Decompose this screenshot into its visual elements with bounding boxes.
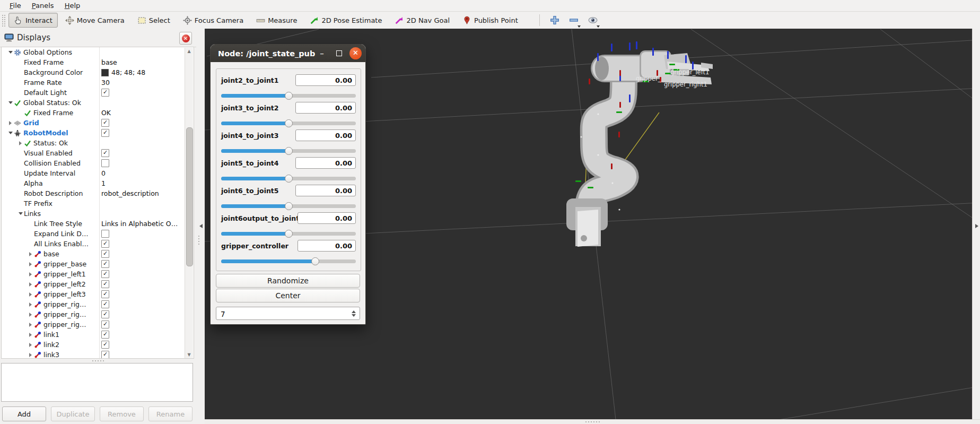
tree-row-gripper-left2[interactable]: gripper_left2✓ [2, 279, 194, 289]
tree-row-tf-prefix[interactable]: TF Prefix [2, 198, 194, 209]
tree-row-alpha[interactable]: Alpha1 [2, 178, 194, 188]
tool-move-camera[interactable]: Move Camera [60, 13, 130, 28]
expander-closed-icon[interactable] [29, 252, 32, 256]
expander-closed-icon[interactable] [29, 323, 32, 327]
tree-row-gripper-rig-[interactable]: gripper_rig…✓ [2, 319, 194, 330]
maximize-icon[interactable] [336, 50, 342, 56]
tree-row-value[interactable]: 48; 48; 48 [101, 67, 145, 77]
tree-row-value[interactable]: 1 [101, 178, 106, 188]
checkbox-checked[interactable]: ✓ [101, 250, 109, 258]
checkbox-checked[interactable]: ✓ [101, 351, 109, 359]
checkbox-checked[interactable]: ✓ [101, 300, 109, 308]
tool-publish-point[interactable]: Publish Point [457, 13, 523, 28]
scrollbar-thumb[interactable] [186, 127, 193, 266]
spin-down-icon[interactable] [352, 314, 356, 317]
expander-closed-icon[interactable] [29, 282, 32, 287]
tool-interact[interactable]: Interact [8, 13, 58, 28]
tree-row-global-options[interactable]: Global Options [2, 47, 194, 57]
joint-value-field[interactable] [295, 102, 356, 114]
panel-horizontal-splitter[interactable] [0, 359, 196, 363]
tree-row-value[interactable]: 30 [101, 77, 110, 88]
tree-row-update-interval[interactable]: Update Interval0 [2, 168, 194, 178]
spin-up-icon[interactable] [352, 310, 356, 313]
tree-row-value[interactable]: OK [101, 108, 111, 118]
tree-row-link-tree-style[interactable]: Link Tree StyleLinks in Alphabetic O… [2, 219, 194, 229]
joint-value-field[interactable] [295, 74, 356, 86]
checkbox-unchecked[interactable] [101, 230, 109, 238]
remove-tool-button[interactable] [567, 13, 581, 27]
joint-slider[interactable] [221, 204, 356, 208]
tool-select[interactable]: Select [132, 13, 176, 28]
expander-closed-icon[interactable] [29, 313, 32, 317]
tree-row-value[interactable]: base [101, 57, 117, 67]
checkbox-checked[interactable]: ✓ [101, 310, 109, 318]
tree-row-visual-enabled[interactable]: Visual Enabled✓ [2, 148, 194, 158]
checkbox-checked[interactable]: ✓ [101, 280, 109, 288]
tree-row-value[interactable]: ✓ [101, 128, 109, 138]
tree-row-value[interactable]: ✓ [101, 249, 109, 259]
menu-panels[interactable]: Panels [27, 0, 59, 12]
tree-row-value[interactable]: robot_description [101, 188, 159, 198]
checkbox-checked[interactable]: ✓ [101, 331, 109, 339]
tree-row-all-links-enabl-[interactable]: All Links Enabl…✓ [2, 239, 194, 249]
expander-closed-icon[interactable] [29, 333, 32, 337]
tree-row-expand-link-d-[interactable]: Expand Link D… [2, 229, 194, 239]
3d-viewport[interactable]: gripper_gripper_left1gripper_right1 Node… [205, 29, 972, 419]
checkbox-checked[interactable]: ✓ [101, 119, 109, 127]
tree-row-value[interactable]: ✓ [101, 319, 109, 330]
checkbox-unchecked[interactable] [101, 159, 109, 167]
close-icon[interactable]: ✕ [349, 47, 362, 59]
minimize-icon[interactable]: – [315, 49, 329, 58]
checkbox-checked[interactable]: ✓ [101, 149, 109, 157]
toolbar-drag-handle[interactable] [1, 14, 6, 27]
expander-closed-icon[interactable] [19, 141, 22, 145]
tree-row-link3[interactable]: link3✓ [2, 350, 194, 359]
tree-row-base[interactable]: base✓ [2, 249, 194, 259]
checkbox-checked[interactable]: ✓ [101, 321, 109, 328]
checkbox-checked[interactable]: ✓ [101, 341, 109, 349]
expander-open-icon[interactable] [19, 212, 23, 215]
spinbox-input[interactable] [216, 307, 352, 321]
checkbox-checked[interactable]: ✓ [101, 290, 109, 298]
joint-value-field[interactable] [295, 157, 356, 169]
expander-open-icon[interactable] [8, 132, 13, 134]
joint-value-field[interactable] [298, 240, 356, 252]
joint-slider[interactable] [221, 259, 356, 263]
tree-row-gripper-rig-[interactable]: gripper_rig…✓ [2, 299, 194, 309]
checkbox-checked[interactable]: ✓ [101, 89, 109, 97]
expander-closed-icon[interactable] [29, 292, 32, 297]
tree-row-value[interactable]: Links in Alphabetic O… [101, 219, 178, 229]
tree-row-link2[interactable]: link2✓ [2, 340, 194, 350]
tree-row-grid[interactable]: Grid✓ [2, 118, 194, 128]
tree-row-value[interactable]: ✓ [101, 350, 109, 359]
expander-open-icon[interactable] [8, 51, 13, 54]
slider-handle[interactable] [285, 92, 293, 100]
tree-row-gripper-left3[interactable]: gripper_left3✓ [2, 289, 194, 299]
add-tool-button[interactable] [548, 13, 562, 27]
dialog-title-bar[interactable]: Node: /joint_state_publis... – ✕ [211, 45, 365, 62]
tree-row-status-ok[interactable]: Status: Ok [2, 138, 194, 148]
tree-row-link1[interactable]: link1✓ [2, 330, 194, 340]
tree-row-background-color[interactable]: Background Color48; 48; 48 [2, 67, 194, 77]
scroll-up-icon[interactable]: ▲ [185, 48, 193, 55]
tree-row-gripper-base[interactable]: gripper_base✓ [2, 259, 194, 269]
tree-row-robotmodel[interactable]: RobotModel✓ [2, 128, 194, 138]
tree-row-value[interactable] [101, 158, 109, 168]
joint-slider[interactable] [221, 94, 356, 98]
expand-right-icon[interactable] [975, 224, 978, 228]
displays-close-button[interactable]: ✕ [179, 32, 192, 45]
tree-row-value[interactable]: ✓ [101, 340, 109, 350]
tree-row-robot-description[interactable]: Robot Descriptionrobot_description [2, 188, 194, 198]
tool-2d-pose-estimate[interactable]: 2D Pose Estimate [304, 13, 387, 28]
joint-slider[interactable] [221, 177, 356, 180]
menu-file[interactable]: File [4, 0, 27, 12]
tree-row-global-status-ok[interactable]: Global Status: Ok [2, 98, 194, 108]
randomize-button[interactable]: Randomize [216, 274, 360, 288]
tree-row-collision-enabled[interactable]: Collision Enabled [2, 158, 194, 168]
tool-focus-camera[interactable]: Focus Camera [178, 13, 249, 28]
tree-row-value[interactable]: ✓ [101, 289, 109, 299]
slider-handle[interactable] [285, 147, 293, 155]
tool-measure[interactable]: Measure [251, 13, 302, 28]
joint-value-field[interactable] [298, 212, 356, 224]
tree-row-value[interactable]: ✓ [101, 279, 109, 289]
